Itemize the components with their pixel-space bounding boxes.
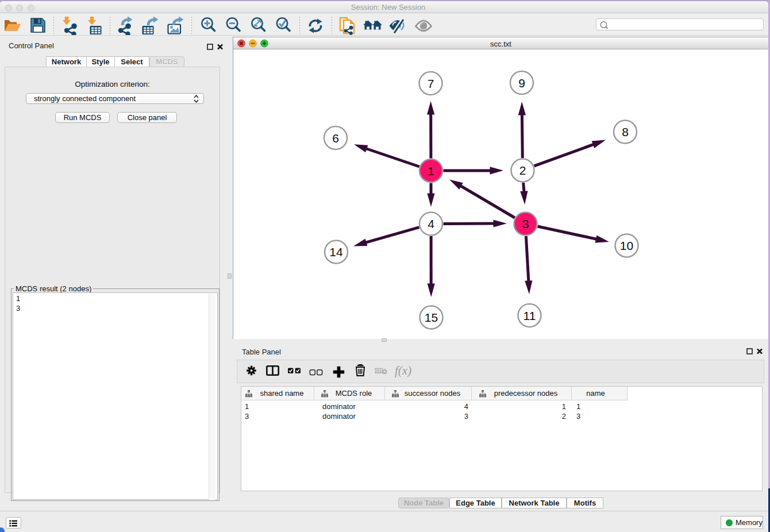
svg-text:6: 6 <box>332 132 339 145</box>
svg-text:f(x): f(x) <box>395 364 411 377</box>
svg-text:1: 1 <box>428 164 434 178</box>
svg-text:14: 14 <box>329 245 343 259</box>
svg-text:11: 11 <box>523 309 536 322</box>
svg-text:8: 8 <box>622 125 629 138</box>
svg-text:7: 7 <box>428 77 434 90</box>
svg-text:3: 3 <box>522 217 529 230</box>
svg-text:15: 15 <box>425 311 438 324</box>
svg-text:10: 10 <box>620 239 633 252</box>
svg-text:4: 4 <box>428 217 434 230</box>
svg-text:9: 9 <box>518 76 525 90</box>
svg-text:2: 2 <box>519 164 526 177</box>
